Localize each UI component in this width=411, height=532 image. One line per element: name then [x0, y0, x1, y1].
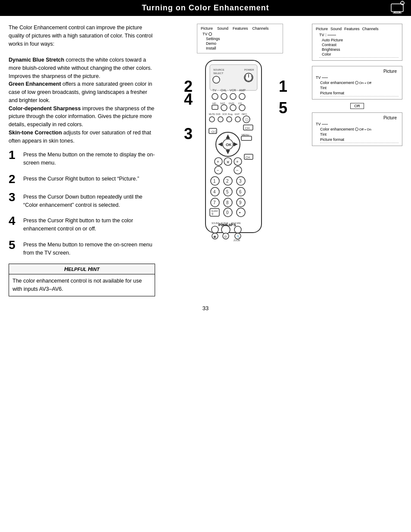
md3-tv-row: TV	[316, 122, 399, 126]
step-4-number: 4	[9, 215, 19, 227]
svg-text:POWER: POWER	[244, 68, 254, 71]
svg-point-28	[221, 105, 227, 111]
md3-color-enh: Color enhancement Off • On	[320, 127, 399, 131]
svg-point-13	[213, 76, 220, 83]
md1-autopicture: Auto Picture	[319, 38, 399, 42]
md1-separator	[326, 33, 326, 37]
or-label: OR	[350, 103, 364, 109]
svg-text:4: 4	[213, 190, 216, 194]
step-4: 4 Press the Cursor Right button to turn …	[9, 215, 155, 233]
md1-picture: Picture	[316, 27, 328, 31]
svg-text:7: 7	[213, 200, 216, 205]
md2-color-enh: Color enhancement On • Off	[320, 81, 399, 85]
top-menu-tv-label: TV	[202, 32, 208, 36]
top-menu-diagram: Picture Sound Features Channels TV Setti…	[197, 24, 283, 53]
top-menu-header: Picture Sound Features Channels	[201, 26, 279, 31]
md2-pic-format: Picture format	[320, 91, 399, 95]
svg-point-21	[230, 93, 236, 100]
svg-text:⊙: ⊙	[224, 235, 227, 239]
menu-diagram-1-header: Picture Sound Features Channels	[316, 27, 399, 31]
svg-text:SAT: SAT	[220, 102, 225, 105]
helpful-hint-title-text: HELPFUL HINT	[64, 266, 100, 272]
md1-sound: Sound	[330, 27, 342, 31]
or-divider-wrapper: OR	[312, 103, 402, 109]
feature4-name: Skin-tone Correction	[9, 130, 62, 136]
svg-text:TV: TV	[212, 89, 216, 92]
svg-text:VCR: VCR	[230, 89, 236, 92]
step-3-number: 3	[9, 191, 19, 203]
badge-3: 3	[184, 125, 193, 143]
svg-text:SELECT: SELECT	[213, 72, 224, 75]
svg-text:2: 2	[226, 179, 229, 184]
md3-line	[322, 124, 328, 124]
svg-text:9: 9	[239, 200, 242, 205]
svg-text:ZOOM: ZOOM	[234, 239, 240, 241]
svg-point-92	[237, 208, 245, 217]
svg-text:•: •	[239, 210, 241, 215]
right-column: Picture Sound Features Channels TV Auto …	[312, 24, 402, 296]
menu-diagram-2: Picture TV Color enhancement On • Off Ti…	[312, 66, 402, 100]
md2-line	[322, 78, 328, 78]
feature2-name: Green Enhancement	[9, 81, 61, 87]
top-menu-tv-row: TV	[202, 32, 279, 36]
svg-rect-49	[241, 136, 252, 140]
svg-point-22	[239, 93, 245, 100]
page-title: Turning on Color Enhancement	[142, 3, 269, 12]
svg-text:VCR: VCR	[222, 113, 227, 115]
svg-text:9: 9	[212, 212, 213, 215]
step-1-text: Press the Menu button on the remote to d…	[23, 149, 155, 167]
svg-text:PHILIPS: PHILIPS	[218, 223, 237, 227]
svg-text:INFO: INFO	[242, 113, 247, 115]
left-column: The Color Enhancement control can improv…	[9, 24, 155, 296]
svg-text:◁◁: ◁◁	[211, 130, 216, 134]
page-header: Turning on Color Enhancement	[0, 0, 411, 16]
badge-4: 4	[184, 90, 193, 109]
md3-pic-format: Picture format	[320, 137, 399, 142]
gear-icon-1	[355, 81, 358, 84]
header-icon	[389, 0, 407, 17]
step-4-text: Press the Cursor Right button to turn th…	[23, 215, 155, 233]
top-menu-install: Install	[202, 46, 279, 50]
svg-text:MUTE: MUTE	[209, 113, 215, 115]
step-1-number: 1	[9, 149, 19, 161]
svg-text:CHL: CHL	[221, 89, 227, 92]
remote-svg-wrapper: 2 4 3 1 5 SOURCE SELECT	[197, 56, 270, 243]
svg-point-100	[234, 226, 241, 233]
md2-tv-label: TV	[316, 75, 321, 80]
svg-point-30	[239, 105, 245, 111]
svg-point-3	[401, 1, 404, 5]
svg-text:EXIT: EXIT	[235, 113, 240, 115]
menu-diagram-1-items: TV Auto Picture Contrast Brightness Colo…	[316, 33, 399, 58]
svg-text:DVR: DVR	[216, 113, 221, 115]
helpful-hint-title: HELPFUL HINT	[9, 264, 155, 274]
svg-point-38	[218, 117, 223, 122]
md1-contrast: Contrast	[319, 43, 399, 47]
md3-items: Color enhancement Off • On Tint Picture …	[316, 127, 399, 143]
main-content: The Color Enhancement control can improv…	[0, 16, 411, 301]
md3-off-on: Off • On	[359, 128, 371, 131]
md1-tv-label: TV	[319, 33, 324, 37]
page-num-text: 33	[202, 305, 209, 311]
md1-channels: Channels	[362, 27, 379, 31]
md2-color-enh-label: Color enhancement	[320, 81, 354, 85]
md1-line	[327, 35, 336, 35]
svg-text:−: −	[236, 168, 239, 173]
top-menu-items: TV Settings Demo Install	[201, 32, 279, 50]
top-menu-h4: Channels	[252, 26, 269, 31]
svg-text:SOURCE: SOURCE	[213, 68, 224, 71]
page-number: 33	[0, 301, 411, 316]
md2-tint: Tint	[320, 86, 399, 90]
md3-title: Picture	[316, 115, 399, 120]
top-menu-settings: Settings	[202, 37, 279, 41]
svg-text:5: 5	[226, 190, 229, 194]
md2-on-off: On • Off	[359, 81, 371, 85]
intro-text: The Color Enhancement control can improv…	[9, 24, 155, 145]
svg-text:8: 8	[226, 200, 229, 205]
svg-text:CH: CH	[246, 156, 250, 159]
helpful-hint-body: The color enhancement control is not ava…	[9, 274, 155, 296]
svg-text:CD: CD	[238, 102, 242, 105]
svg-point-39	[227, 117, 232, 122]
svg-text:6: 6	[239, 190, 242, 194]
svg-text:🔍: 🔍	[237, 235, 240, 239]
svg-text:CH: CH	[245, 127, 249, 130]
